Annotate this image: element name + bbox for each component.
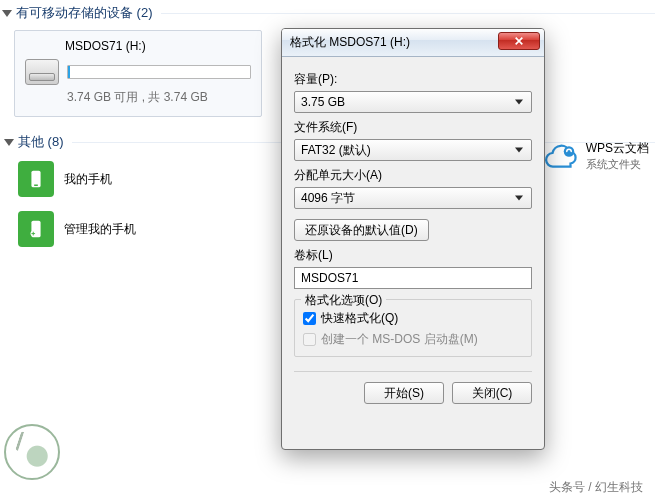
start-button-label: 开始(S) (384, 385, 424, 402)
drive-icon (25, 59, 59, 85)
filesystem-combo[interactable]: FAT32 (默认) (294, 139, 532, 161)
dialog-title: 格式化 MSDOS71 (H:) (290, 34, 410, 51)
separator (161, 13, 656, 14)
right-item-title: WPS云文档 (586, 140, 649, 157)
capacity-combo[interactable]: 3.75 GB (294, 91, 532, 113)
restore-defaults-button[interactable]: 还原设备的默认值(D) (294, 219, 429, 241)
titlebar[interactable]: 格式化 MSDOS71 (H:) (282, 29, 544, 57)
volume-input[interactable] (294, 267, 532, 289)
svg-rect-1 (34, 185, 38, 186)
watermark-stamp (4, 424, 60, 480)
chevron-down-icon (511, 94, 527, 110)
drive-card[interactable]: MSDOS71 (H:) 3.74 GB 可用 , 共 3.74 GB (14, 30, 262, 117)
drive-title: MSDOS71 (H:) (65, 39, 251, 53)
separator (294, 371, 532, 372)
chevron-down-icon (511, 190, 527, 206)
create-dos-checkbox (303, 333, 316, 346)
volume-label: 卷标(L) (294, 247, 532, 264)
close-button[interactable] (498, 32, 540, 50)
quick-format-label: 快速格式化(Q) (321, 310, 398, 327)
capacity-label: 容量(P): (294, 71, 532, 88)
alloc-value: 4096 字节 (301, 190, 355, 207)
chevron-down-icon (2, 10, 12, 17)
close-button-label: 关闭(C) (472, 385, 513, 402)
chevron-down-icon (511, 142, 527, 158)
capacity-value: 3.75 GB (301, 95, 345, 109)
quick-format-row[interactable]: 快速格式化(Q) (303, 310, 523, 327)
phone-icon (18, 161, 54, 197)
section-removable-label: 有可移动存储的设备 (2) (16, 4, 153, 22)
restore-defaults-label: 还原设备的默认值(D) (305, 222, 418, 239)
create-dos-label: 创建一个 MS-DOS 启动盘(M) (321, 331, 478, 348)
format-options-legend: 格式化选项(O) (301, 292, 386, 309)
phone-settings-icon (18, 211, 54, 247)
format-options-group: 格式化选项(O) 快速格式化(Q) 创建一个 MS-DOS 启动盘(M) (294, 299, 532, 357)
alloc-combo[interactable]: 4096 字节 (294, 187, 532, 209)
list-item-label: 我的手机 (64, 171, 112, 188)
right-item-subtitle: 系统文件夹 (586, 157, 649, 172)
chevron-down-icon (4, 139, 14, 146)
list-item-label: 管理我的手机 (64, 221, 136, 238)
filesystem-label: 文件系统(F) (294, 119, 532, 136)
close-button-bottom[interactable]: 关闭(C) (452, 382, 532, 404)
footer-credit: 头条号 / 幻生科技 (549, 479, 643, 496)
alloc-label: 分配单元大小(A) (294, 167, 532, 184)
cloud-icon (542, 142, 578, 170)
close-icon (514, 36, 524, 46)
section-removable-header[interactable]: 有可移动存储的设备 (2) (0, 0, 655, 24)
drive-subtitle: 3.74 GB 可用 , 共 3.74 GB (67, 89, 251, 106)
create-dos-row: 创建一个 MS-DOS 启动盘(M) (303, 331, 523, 348)
quick-format-checkbox[interactable] (303, 312, 316, 325)
filesystem-value: FAT32 (默认) (301, 142, 371, 159)
format-dialog: 格式化 MSDOS71 (H:) 容量(P): 3.75 GB 文件系统(F) … (281, 28, 545, 450)
svg-point-4 (563, 146, 574, 157)
start-button[interactable]: 开始(S) (364, 382, 444, 404)
section-other-label: 其他 (8) (18, 133, 64, 151)
capacity-bar (67, 65, 251, 79)
list-item[interactable]: WPS云文档 系统文件夹 (542, 140, 649, 172)
